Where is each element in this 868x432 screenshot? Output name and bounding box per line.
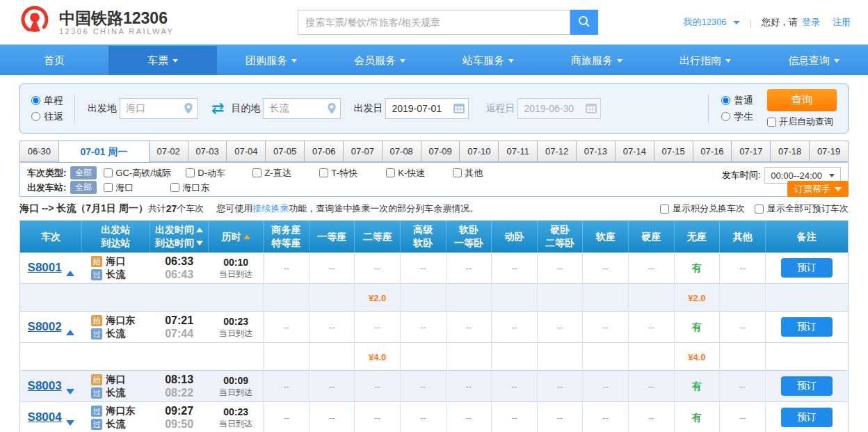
date-tab-14[interactable]: 07-14	[616, 141, 654, 162]
round-trip-radio[interactable]: 往返	[31, 111, 63, 123]
date-tab-18[interactable]: 07-18	[771, 141, 810, 162]
date-tab-5[interactable]: 07-05	[266, 141, 305, 162]
date-tab-3[interactable]: 07-03	[188, 141, 227, 162]
search-input[interactable]	[298, 10, 570, 35]
student-radio-input[interactable]	[721, 112, 730, 121]
book-button[interactable]: 预订	[781, 376, 833, 396]
times-cell: 06:3306:43	[150, 253, 209, 284]
nav-item-5[interactable]: 商旅服务	[542, 46, 651, 75]
train-type-filter-2[interactable]: Z-直达	[252, 167, 319, 179]
train-type-filter-input-3[interactable]	[319, 168, 328, 177]
train-type-filter-label-4: K-快速	[398, 167, 425, 179]
auto-query-checkbox[interactable]: 开启自动查询	[767, 115, 833, 128]
date-tab-10[interactable]: 07-10	[460, 141, 499, 162]
expand-icon[interactable]	[66, 389, 74, 394]
one-way-radio[interactable]: 单程	[31, 95, 63, 107]
date-tab-9[interactable]: 07-09	[421, 141, 460, 162]
date-tab-15[interactable]: 07-15	[654, 141, 693, 162]
date-tab-0[interactable]: 06-30	[19, 141, 59, 162]
search-button[interactable]	[570, 10, 598, 35]
date-tab-17[interactable]: 07-17	[732, 141, 771, 162]
collapse-icon[interactable]	[66, 330, 74, 335]
show-points-checkbox[interactable]: 显示积分兑换车次	[660, 202, 745, 215]
nav-item-3[interactable]: 会员服务	[326, 46, 434, 75]
book-button[interactable]: 预订	[781, 317, 833, 337]
query-button[interactable]: 查询	[767, 89, 837, 111]
swap-stations-icon[interactable]: ⇄	[211, 101, 224, 116]
nav-item-7[interactable]: 信息查询	[760, 46, 868, 75]
expand-icon[interactable]	[66, 420, 74, 426]
date-tab-6[interactable]: 07-06	[305, 141, 344, 162]
nav-item-1[interactable]: 车票	[108, 46, 217, 75]
train-type-filter-input-2[interactable]	[252, 168, 262, 177]
date-tab-2[interactable]: 07-02	[150, 141, 188, 162]
train-type-filter-5[interactable]: 其他	[453, 167, 520, 179]
booking-helper-button[interactable]: 订票帮手	[787, 181, 849, 197]
nav-item-2[interactable]: 团购服务	[217, 46, 326, 75]
date-tab-11[interactable]: 07-11	[499, 141, 538, 162]
train-type-filter-3[interactable]: T-特快	[319, 167, 386, 179]
arrival-day: 当日到达	[209, 328, 263, 339]
nav-item-0[interactable]: 首页	[0, 46, 108, 75]
book-button[interactable]: 预订	[781, 408, 833, 427]
location-pin-icon[interactable]	[326, 102, 337, 118]
nav-item-4[interactable]: 站车服务	[434, 46, 542, 75]
station-filter-input-1[interactable]	[170, 183, 179, 192]
show-all-bookable-input[interactable]	[755, 205, 764, 214]
date-tab-8[interactable]: 07-08	[383, 141, 421, 162]
depart-station-label: 出发车站:	[27, 182, 66, 194]
collapse-icon[interactable]	[66, 271, 74, 276]
one-way-radio-input[interactable]	[31, 96, 40, 105]
transfer-link[interactable]: 接续换乘	[252, 203, 289, 214]
train-type-filter-1[interactable]: D-动车	[186, 167, 252, 179]
col-header-2[interactable]: 出发时间到达时间	[150, 221, 209, 253]
train-number-link[interactable]: S8003	[28, 379, 62, 393]
calendar-icon[interactable]	[453, 102, 465, 117]
train-number-link[interactable]: S8002	[28, 320, 62, 334]
login-link[interactable]: 登录	[802, 16, 820, 29]
train-type-filter-input-0[interactable]	[104, 168, 113, 177]
date-tab-13[interactable]: 07-13	[577, 141, 616, 162]
date-tab-1[interactable]: 07-01 周一	[59, 141, 150, 163]
date-tab-16[interactable]: 07-16	[693, 141, 732, 162]
train-type-all-badge[interactable]: 全部	[70, 166, 97, 179]
normal-radio-input[interactable]	[721, 96, 730, 105]
normal-passenger-radio[interactable]: 普通	[721, 95, 753, 107]
location-pin-icon[interactable]	[183, 102, 194, 118]
student-passenger-radio[interactable]: 学生	[721, 111, 753, 123]
show-all-bookable-checkbox[interactable]: 显示全部可预订车次	[755, 202, 849, 215]
route-info: 海口 --> 长流（7月1日 周一）	[19, 202, 148, 215]
station-filter-0[interactable]: 海口	[104, 182, 170, 194]
seat-availability: --	[511, 263, 517, 273]
col-header-14: 其他	[720, 221, 766, 253]
date-tab-12[interactable]: 07-12	[538, 141, 577, 162]
train-type-filter-label-2: Z-直达	[264, 167, 291, 179]
train-type-filter-input-1[interactable]	[186, 168, 195, 177]
logo[interactable]: 中国铁路12306 12306 CHINA RAILWAY	[17, 3, 174, 41]
auto-query-input[interactable]	[767, 118, 776, 127]
train-type-filter-input-5[interactable]	[453, 168, 462, 177]
show-points-input[interactable]	[660, 205, 669, 214]
book-button[interactable]: 预订	[781, 258, 833, 278]
col-header-15: 备注	[765, 221, 848, 253]
my-12306-link[interactable]: 我的12306	[683, 16, 726, 29]
station-filter-1[interactable]: 海口东	[170, 182, 237, 194]
date-tab-4[interactable]: 07-04	[227, 141, 266, 162]
train-type-filter-4[interactable]: K-快速	[386, 167, 453, 179]
nav-item-6[interactable]: 出行指南	[651, 46, 760, 75]
duration: 00:23	[209, 315, 263, 328]
train-number-link[interactable]: S8001	[28, 261, 62, 275]
round-trip-radio-input[interactable]	[31, 112, 40, 121]
date-tab-7[interactable]: 07-07	[344, 141, 383, 162]
col-header-3[interactable]: 历时	[209, 221, 264, 253]
station-filter-input-0[interactable]	[104, 183, 113, 192]
register-link[interactable]: 注册	[833, 16, 851, 29]
date-tab-19[interactable]: 07-19	[810, 141, 849, 162]
train-number-link[interactable]: S8004	[28, 410, 62, 424]
col-header-0: 车次	[20, 221, 82, 253]
chevron-down-icon	[829, 174, 835, 177]
train-type-filter-0[interactable]: GC-高铁/城际	[104, 167, 186, 179]
depart-station-all-badge[interactable]: 全部	[70, 181, 97, 194]
train-type-filter-input-4[interactable]	[386, 168, 395, 177]
seat-cell: --	[264, 312, 310, 343]
